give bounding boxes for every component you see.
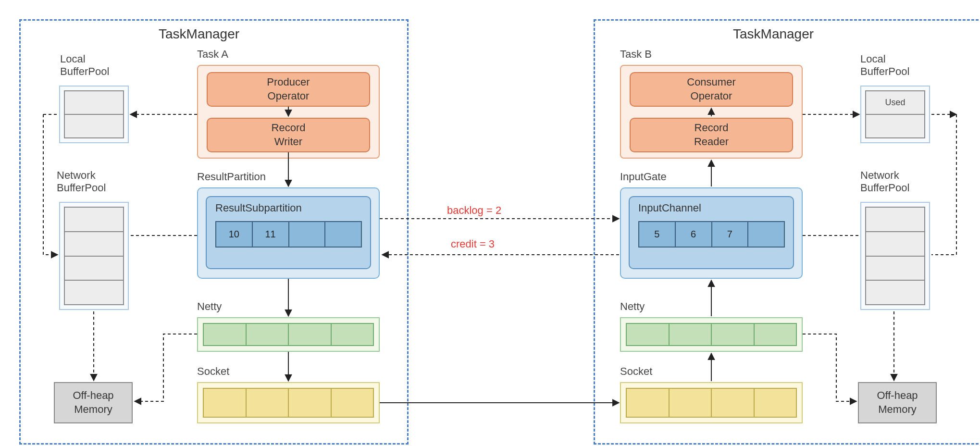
taskmanager-left-title: TaskManager xyxy=(159,26,239,42)
local-bufferpool-right: Used xyxy=(860,86,930,143)
socket-left-label: Socket xyxy=(197,365,229,378)
buffer-cell xyxy=(289,222,326,247)
network-bufferpool-right xyxy=(860,202,930,310)
backlog-label: backlog = 2 xyxy=(447,204,501,217)
buffer-cell: 6 xyxy=(676,222,712,247)
netty-left xyxy=(197,317,380,352)
local-bufferpool-right-label: Local BufferPool xyxy=(860,53,909,78)
input-channel-label: InputChannel xyxy=(638,202,701,214)
input-channel-buffers: 5 6 7 xyxy=(638,221,785,248)
result-subpartition-buffers: 10 11 xyxy=(215,221,362,248)
socket-left xyxy=(197,382,380,423)
record-writer: Record Writer xyxy=(207,118,370,152)
offheap-memory-right: Off-heap Memory xyxy=(858,382,937,423)
result-partition-label: ResultPartition xyxy=(197,171,266,183)
bufferpool-used-cell: Used xyxy=(866,91,924,115)
task-a-label: Task A xyxy=(197,48,228,61)
input-gate-label: InputGate xyxy=(620,171,667,183)
producer-operator: Producer Operator xyxy=(207,72,370,107)
socket-right xyxy=(620,382,803,423)
consumer-operator: Consumer Operator xyxy=(630,72,793,107)
task-b-label: Task B xyxy=(620,48,652,61)
netty-right-label: Netty xyxy=(620,300,645,313)
buffer-cell xyxy=(325,222,361,247)
credit-label: credit = 3 xyxy=(451,238,495,250)
socket-right-label: Socket xyxy=(620,365,652,378)
buffer-cell: 10 xyxy=(216,222,253,247)
taskmanager-right-title: TaskManager xyxy=(733,26,814,42)
netty-left-label: Netty xyxy=(197,300,222,313)
buffer-cell: 7 xyxy=(712,222,749,247)
buffer-cell xyxy=(748,222,784,247)
netty-right xyxy=(620,317,803,352)
offheap-memory-left: Off-heap Memory xyxy=(54,382,133,423)
result-subpartition-label: ResultSubpartition xyxy=(215,202,302,214)
buffer-cell: 11 xyxy=(253,222,289,247)
record-reader: Record Reader xyxy=(630,118,793,152)
local-bufferpool-left xyxy=(59,86,129,143)
network-bufferpool-left-label: Network BufferPool xyxy=(57,169,106,194)
network-bufferpool-right-label: Network BufferPool xyxy=(860,169,909,194)
network-bufferpool-left xyxy=(59,202,129,310)
buffer-cell: 5 xyxy=(639,222,676,247)
local-bufferpool-left-label: Local BufferPool xyxy=(60,53,109,78)
